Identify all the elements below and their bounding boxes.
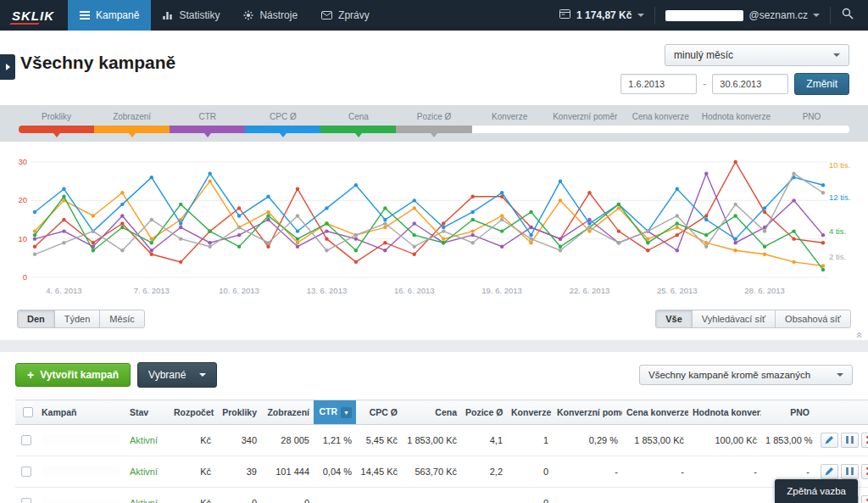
granularity-t-den[interactable]: Týden [54, 310, 101, 328]
search-button[interactable] [831, 0, 865, 31]
metric-notch-icon [204, 133, 211, 137]
metric-indicator [472, 126, 548, 133]
right-axis-label: 12 tis. [829, 193, 850, 202]
select-all-checkbox[interactable] [23, 407, 33, 417]
top-navbar: SKLIK Kampaně Statistiky Nástroje Zprávy [0, 0, 868, 31]
period-select[interactable]: minulý měsíc [665, 44, 849, 66]
column-header-label: Konverzní poměr [557, 407, 622, 417]
metric-tab-pozice[interactable]: Pozice Ø [396, 112, 471, 126]
feedback-button[interactable]: Zpětná vazba [775, 479, 858, 503]
bar-chart-icon [163, 11, 173, 20]
metric-tab-zobrazen[interactable]: Zobrazení [94, 112, 170, 126]
column-header-konverze[interactable]: Konverze [507, 400, 553, 425]
metric-strip: ProklikyZobrazeníCTRCPC ØCenaPozice ØKon… [0, 105, 868, 142]
y-axis-tick: 0 [23, 272, 27, 282]
chevron-right-icon [6, 64, 10, 70]
delete-campaign-button[interactable] [861, 495, 868, 503]
metric-tab-konverze[interactable]: Konverze [472, 112, 548, 126]
selected-dropdown-label: Vybrané [148, 369, 186, 381]
date-range: - Změnit [620, 73, 849, 95]
network-v-e[interactable]: Vše [655, 310, 693, 328]
delete-campaign-button[interactable] [861, 433, 868, 448]
column-header-rozpo-et[interactable]: Rozpočet [170, 400, 215, 425]
nav-item-statistiky[interactable]: Statistiky [151, 0, 231, 31]
column-header-label: CPC Ø [370, 407, 398, 417]
column-header-stav[interactable]: Stav [125, 400, 170, 425]
table-row: AktivníKč00----0---- [15, 487, 868, 503]
nav-label: Zprávy [338, 9, 370, 21]
chart-plot[interactable] [31, 155, 827, 282]
column-header-cena[interactable]: Cena [402, 400, 461, 425]
value-cell: - [622, 487, 688, 503]
network-vyhled-vac-s[interactable]: Vyhledávací síť [692, 310, 776, 328]
column-header-label: Rozpočet [174, 407, 214, 417]
edit-campaign-button[interactable] [821, 433, 838, 448]
nav-item-nastroje[interactable]: Nástroje [231, 0, 309, 31]
row-checkbox[interactable] [21, 435, 31, 445]
value-cell: 0,29 % [553, 424, 622, 455]
granularity-m-s-c[interactable]: Měsíc [99, 310, 144, 328]
column-header-pno[interactable]: PNO [761, 400, 814, 425]
network-obsahov-s[interactable]: Obsahová síť [775, 310, 851, 328]
gear-icon [243, 10, 253, 20]
change-date-button[interactable]: Změnit [794, 73, 849, 95]
selected-dropdown[interactable]: Vybrané [137, 362, 217, 388]
campaign-filter-select[interactable]: Všechny kampaně kromě smazaných [639, 365, 853, 385]
delete-campaign-button[interactable] [861, 464, 868, 479]
column-header-zobrazen[interactable]: Zobrazení [261, 400, 314, 425]
chart-right-axis: 10 tis.12 tis.4 tis.2 tis. [829, 155, 865, 282]
column-header-label: Stav [130, 407, 148, 417]
column-header-cpc[interactable]: CPC Ø [356, 400, 402, 425]
value-cell: 2,2 [461, 455, 507, 487]
sklik-logo[interactable]: SKLIK [0, 0, 68, 31]
caret-down-icon [837, 373, 843, 377]
account-balance[interactable]: 1 174,87 Kč [549, 0, 654, 31]
metric-tab-konverzn-pom-r[interactable]: Konverzní poměr [548, 112, 623, 126]
account-menu[interactable]: @seznam.cz [655, 0, 830, 31]
pause-icon [842, 467, 858, 476]
column-header-prokliky[interactable]: Prokliky [215, 400, 261, 425]
column-header-hodnota-konverze[interactable]: Hodnota konverze [688, 400, 761, 425]
metric-tab-cena-konverze[interactable]: Cena konverze [623, 112, 698, 126]
sort-direction-icon[interactable]: ▼ [341, 407, 352, 418]
column-header-pozice[interactable]: Pozice Ø [461, 400, 507, 425]
metric-tab-hodnota-konverze[interactable]: Hodnota konverze [698, 112, 774, 126]
column-header-kampa[interactable]: Kampaň [37, 400, 125, 425]
date-to-input[interactable] [712, 74, 788, 94]
date-from-input[interactable] [620, 74, 697, 94]
value-cell: 0,04 % [314, 455, 356, 487]
metric-indicator [774, 126, 849, 133]
nav-item-kampane[interactable]: Kampaně [68, 0, 151, 31]
metric-tab-cena[interactable]: Cena [320, 112, 396, 126]
metric-tab-prokliky[interactable]: Prokliky [19, 112, 94, 126]
column-header-konverzn-pom-r[interactable]: Konverzní poměr [553, 400, 622, 425]
network-toggle: VšeVyhledávací síťObsahová síť [655, 310, 851, 328]
metric-tab-ctr[interactable]: CTR [170, 112, 245, 126]
column-header-label: Cena [435, 407, 457, 417]
chart-footer: DenTýdenMěsíc VšeVyhledávací síťObsahová… [0, 305, 868, 340]
metric-tab-pno[interactable]: PNO [774, 112, 849, 126]
value-cell: 1 853,00 Kč [622, 424, 688, 455]
campaign-name-redacted [42, 434, 120, 444]
metric-tab-cpc[interactable]: CPC Ø [245, 112, 320, 126]
campaign-name-redacted [42, 466, 120, 476]
x-axis-tick: 13. 6. 2013 [307, 286, 348, 295]
pause-campaign-button[interactable] [841, 464, 859, 479]
side-flyout-tab[interactable] [0, 54, 15, 80]
create-campaign-button[interactable]: + Vytvořit kampaň [15, 363, 131, 387]
value-cell: Kč [170, 424, 215, 455]
x-axis-tick: 22. 6. 2013 [570, 286, 610, 295]
nav-item-zpravy[interactable]: Zprávy [309, 0, 381, 31]
pause-campaign-button[interactable] [841, 433, 859, 448]
edit-campaign-button[interactable] [821, 464, 838, 479]
chart-panel: 3020100 10 tis.12 tis.4 tis.2 tis. 4. 6.… [0, 142, 868, 340]
actions-column-header [814, 400, 868, 425]
email-suffix: @seznam.cz [748, 9, 808, 21]
value-cell: - [622, 455, 688, 487]
granularity-den[interactable]: Den [17, 310, 55, 328]
row-checkbox[interactable] [21, 467, 31, 477]
column-header-cena-konverze[interactable]: Cena konverze [622, 400, 688, 425]
collapse-chart-button[interactable]: » [853, 332, 863, 338]
row-checkbox[interactable] [21, 498, 31, 503]
column-header-ctr[interactable]: CTR▼ [314, 400, 356, 425]
